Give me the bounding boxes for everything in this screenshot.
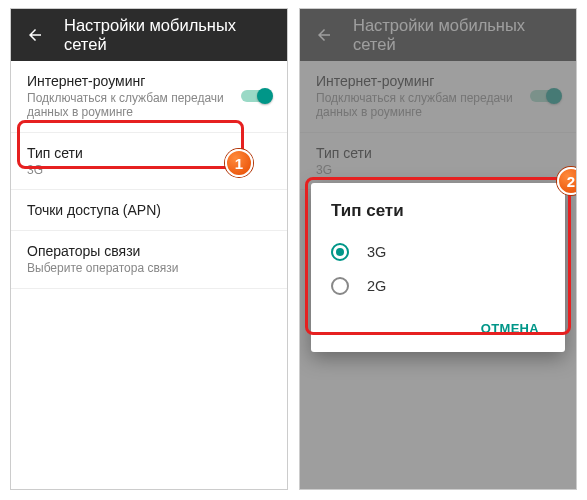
back-icon[interactable] — [25, 24, 46, 46]
appbar-title: Настройки мобильных сетей — [64, 16, 273, 54]
appbar: Настройки мобильных сетей — [11, 9, 287, 61]
radio-selected-icon — [331, 243, 349, 261]
item-sublabel: Выберите оператора связи — [27, 261, 271, 275]
item-operators[interactable]: Операторы связи Выберите оператора связи — [11, 231, 287, 288]
item-roaming[interactable]: Интернет-роуминг Подключаться к службам … — [11, 61, 287, 133]
annotation-badge-1: 1 — [225, 149, 253, 177]
item-sublabel: Подключаться к службам передачи данных в… — [27, 91, 231, 120]
annotation-badge-2: 2 — [557, 167, 577, 195]
roaming-switch[interactable] — [239, 88, 273, 104]
network-type-dialog: Тип сети 3G 2G ОТМЕНА — [311, 183, 565, 352]
item-label: Операторы связи — [27, 243, 271, 259]
radio-unselected-icon — [331, 277, 349, 295]
item-apn[interactable]: Точки доступа (APN) — [11, 190, 287, 231]
item-label: Интернет-роуминг — [27, 73, 231, 89]
radio-option-2g[interactable]: 2G — [331, 269, 545, 303]
radio-label: 3G — [367, 244, 386, 260]
screen-dialog: Настройки мобильных сетей Интернет-роуми… — [299, 8, 577, 490]
item-label: Точки доступа (APN) — [27, 202, 271, 218]
screen-settings: Настройки мобильных сетей Интернет-роуми… — [10, 8, 288, 490]
dialog-title: Тип сети — [331, 201, 545, 221]
radio-label: 2G — [367, 278, 386, 294]
cancel-button[interactable]: ОТМЕНА — [475, 313, 545, 344]
radio-option-3g[interactable]: 3G — [331, 235, 545, 269]
